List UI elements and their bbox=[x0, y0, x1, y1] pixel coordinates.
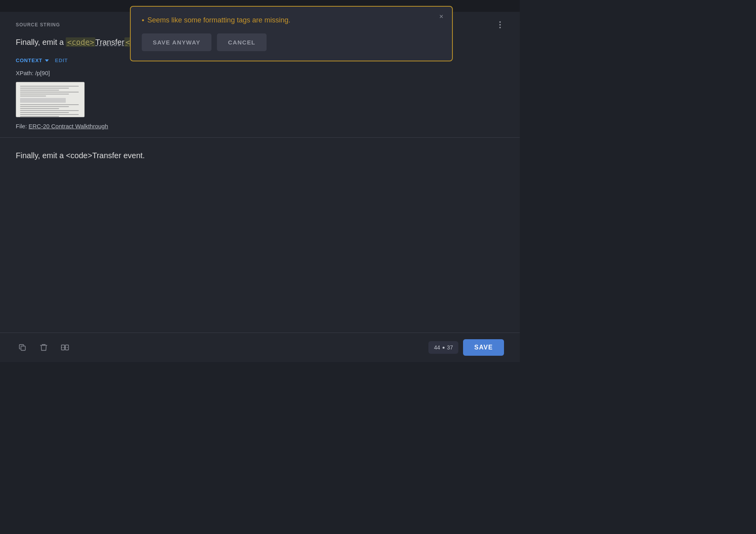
warning-bullet-icon: • bbox=[142, 17, 144, 25]
dot-icon bbox=[499, 27, 501, 28]
file-label: File: bbox=[16, 123, 27, 129]
warning-dialog: × • Seems like some formatting tags are … bbox=[130, 6, 453, 61]
trash-icon bbox=[39, 343, 48, 352]
translation-section: Finally, emit a <code>Transfer event. bbox=[0, 138, 520, 333]
dot-icon bbox=[499, 21, 501, 23]
context-tab-label: CONTEXT bbox=[16, 57, 43, 63]
code-open-tag: <code> bbox=[66, 37, 95, 47]
bottom-toolbar: 44 37 SAVE bbox=[0, 333, 520, 362]
split-button[interactable] bbox=[58, 341, 72, 354]
warning-message: • Seems like some formatting tags are mi… bbox=[142, 16, 441, 25]
save-button[interactable]: SAVE bbox=[463, 339, 504, 356]
xpath-text: XPath: /p[90] bbox=[16, 70, 504, 76]
code-content: Transfer bbox=[95, 38, 124, 46]
dot-icon bbox=[499, 24, 501, 26]
split-icon bbox=[61, 343, 69, 352]
word-count-badge: 44 37 bbox=[428, 341, 458, 354]
toolbar-left bbox=[16, 341, 72, 354]
delete-button[interactable] bbox=[37, 341, 50, 354]
context-tab[interactable]: CONTEXT bbox=[16, 56, 49, 65]
file-link[interactable]: ERC-20 Contract Walkthrough bbox=[29, 123, 108, 129]
target-word-count: 37 bbox=[447, 344, 453, 351]
dialog-close-button[interactable]: × bbox=[437, 11, 446, 22]
copy-icon bbox=[18, 343, 27, 352]
document-thumbnail bbox=[16, 82, 85, 117]
file-link-container: File: ERC-20 Contract Walkthrough bbox=[16, 123, 504, 129]
chevron-down-icon bbox=[45, 59, 49, 62]
edit-tab-label: EDIT bbox=[55, 57, 68, 63]
thumbnail-inner bbox=[16, 82, 84, 117]
toolbar-right: 44 37 SAVE bbox=[428, 339, 504, 356]
translation-text[interactable]: Finally, emit a <code>Transfer event. bbox=[16, 150, 504, 161]
source-string-label: SOURCE STRING bbox=[16, 22, 60, 28]
cancel-button[interactable]: CANCEL bbox=[217, 33, 267, 51]
copy-to-translation-button[interactable] bbox=[16, 341, 29, 354]
svg-rect-0 bbox=[21, 346, 25, 350]
more-options-button[interactable] bbox=[496, 20, 504, 30]
source-text-before: Finally, emit a bbox=[16, 38, 66, 46]
edit-tab[interactable]: EDIT bbox=[55, 56, 68, 65]
source-word-count: 44 bbox=[434, 344, 440, 351]
save-anyway-button[interactable]: SAVE ANYWAY bbox=[142, 33, 211, 51]
dialog-buttons: SAVE ANYWAY CANCEL bbox=[142, 33, 441, 51]
warning-text: Seems like some formatting tags are miss… bbox=[147, 16, 290, 24]
dot-separator-icon bbox=[443, 347, 445, 349]
